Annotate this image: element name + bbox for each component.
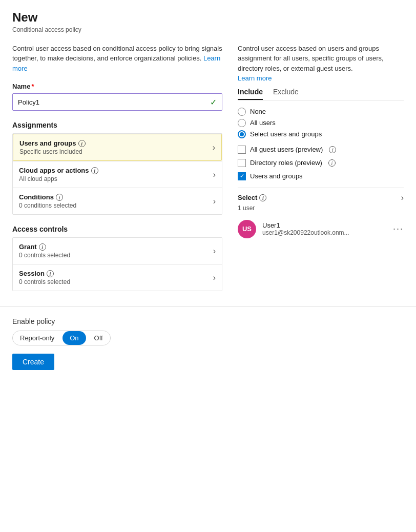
assignments-list: Users and groups i Specific users includ…	[12, 133, 222, 215]
tabs-row: Include Exclude	[238, 88, 404, 100]
assignment-item-users-groups[interactable]: Users and groups i Specific users includ…	[13, 134, 222, 161]
info-icon-directory-roles[interactable]: i	[328, 159, 336, 167]
assignments-section-title: Assignments	[12, 121, 222, 129]
create-button[interactable]: Create	[12, 354, 54, 370]
user-email: user1@sk200922outlook.onm...	[262, 229, 349, 236]
radio-all-users[interactable]: All users	[238, 119, 404, 127]
radio-circle-none	[238, 108, 246, 116]
user-count: 1 user	[238, 204, 404, 212]
toggle-report-only[interactable]: Report-only	[13, 331, 61, 345]
assignment-subtitle-conditions: 0 conditions selected	[19, 202, 76, 209]
info-icon-grant[interactable]: i	[39, 243, 46, 251]
assignment-item-grant[interactable]: Grant i 0 controls selected ›	[13, 238, 222, 264]
assignment-subtitle-grant: 0 controls selected	[19, 252, 70, 259]
enable-policy-label: Enable policy	[12, 317, 404, 325]
assignment-title-cloud-apps: Cloud apps or actions	[19, 167, 89, 174]
assignment-subtitle-users-groups: Specific users included	[19, 148, 86, 155]
checkbox-group: All guest users (preview) i Directory ro…	[238, 146, 404, 180]
select-label: Select i	[238, 194, 266, 201]
assignment-item-cloud-apps[interactable]: Cloud apps or actions i All cloud apps ›	[13, 161, 222, 188]
left-description: Control user access based on conditional…	[12, 44, 222, 74]
info-icon-session[interactable]: i	[47, 270, 54, 277]
radio-group: None All users Select users and groups	[238, 108, 404, 138]
checkbox-guest-users[interactable]: All guest users (preview) i	[238, 146, 404, 154]
info-icon-guest-users[interactable]: i	[329, 146, 336, 153]
assignment-title-conditions: Conditions	[19, 193, 54, 201]
toggle-row: Report-only On Off	[12, 331, 111, 345]
tab-exclude[interactable]: Exclude	[273, 88, 299, 100]
radio-dot-select-users	[240, 132, 244, 136]
radio-label-all-users: All users	[250, 119, 276, 127]
user-more-icon[interactable]: ···	[393, 223, 404, 234]
info-icon-users-groups[interactable]: i	[78, 140, 86, 147]
radio-circle-select-users	[238, 130, 246, 138]
radio-label-none: None	[250, 108, 266, 115]
chevron-icon-session: ›	[213, 273, 216, 282]
user-info: User1 user1@sk200922outlook.onm...	[262, 221, 349, 236]
checkbox-box-directory-roles	[238, 159, 246, 167]
assignment-subtitle-cloud-apps: All cloud apps	[19, 175, 98, 182]
checkbox-label-guest-users: All guest users (preview)	[250, 146, 323, 153]
chevron-icon-cloud-apps: ›	[213, 170, 216, 179]
checkbox-box-guest-users	[238, 146, 246, 154]
checkbox-label-users-groups: Users and groups	[250, 172, 303, 180]
user-name: User1	[262, 221, 349, 229]
bottom-section: Enable policy Report-only On Off Create	[0, 306, 416, 380]
chevron-icon-grant: ›	[213, 247, 216, 256]
access-controls-title: Access controls	[12, 225, 222, 233]
radio-none[interactable]: None	[238, 108, 404, 116]
tab-include[interactable]: Include	[238, 88, 263, 100]
page-title: New Conditional access policy	[12, 10, 404, 33]
required-indicator: *	[31, 83, 34, 90]
toggle-on[interactable]: On	[63, 331, 86, 345]
toggle-off[interactable]: Off	[87, 331, 110, 345]
name-label: Name*	[12, 83, 222, 90]
radio-label-select-users: Select users and groups	[250, 130, 322, 138]
assignment-item-session[interactable]: Session i 0 controls selected ›	[13, 264, 222, 291]
assignment-item-conditions[interactable]: Conditions i 0 conditions selected ›	[13, 188, 222, 214]
radio-circle-all-users	[238, 119, 246, 127]
chevron-icon-users-groups: ›	[213, 143, 215, 152]
checkbox-directory-roles[interactable]: Directory roles (preview) i	[238, 159, 404, 167]
right-learn-more-link[interactable]: Learn more	[238, 74, 272, 82]
checkbox-box-users-groups: ✓	[238, 172, 246, 180]
user-avatar: US	[238, 220, 256, 238]
info-icon-select[interactable]: i	[259, 194, 266, 201]
checkbox-users-groups[interactable]: ✓ Users and groups	[238, 172, 404, 180]
chevron-icon-conditions: ›	[213, 197, 216, 206]
assignment-subtitle-session: 0 controls selected	[19, 278, 70, 285]
chevron-icon-select: ›	[401, 193, 404, 202]
right-description: Control user access based on users and g…	[238, 44, 404, 84]
radio-select-users[interactable]: Select users and groups	[238, 130, 404, 138]
user-item: US User1 user1@sk200922outlook.onm... ··…	[238, 217, 404, 241]
checkbox-label-directory-roles: Directory roles (preview)	[250, 159, 322, 167]
info-icon-conditions[interactable]: i	[56, 194, 63, 201]
name-input[interactable]: Policy1 ✓	[12, 93, 222, 111]
info-icon-cloud-apps[interactable]: i	[91, 167, 98, 174]
access-controls-list: Grant i 0 controls selected › Session	[12, 237, 222, 291]
select-row[interactable]: Select i ›	[238, 188, 404, 202]
input-checkmark-icon: ✓	[210, 97, 217, 107]
assignment-title-grant: Grant	[19, 243, 37, 251]
assignment-title-users-groups: Users and groups	[19, 139, 76, 147]
checkbox-check-icon-users-groups: ✓	[240, 173, 244, 179]
assignment-title-session: Session	[19, 270, 45, 277]
